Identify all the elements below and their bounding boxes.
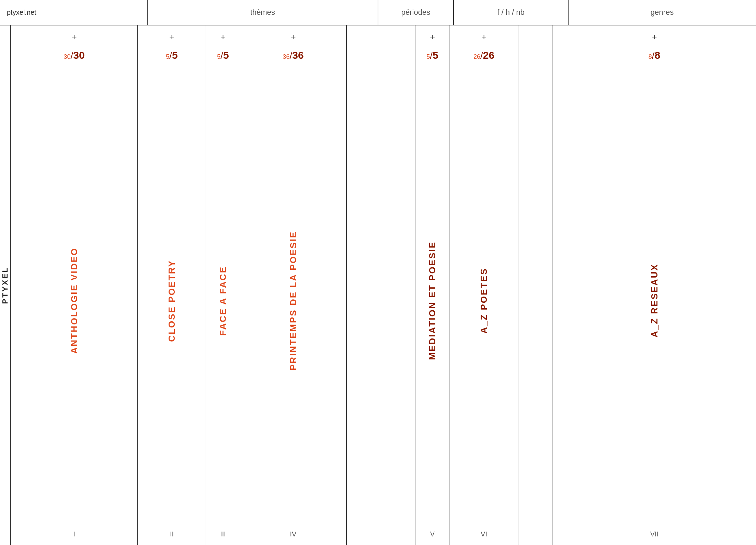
count-current-close: 5 <box>166 53 169 60</box>
label-close: CLOSE POETRY <box>167 260 177 342</box>
plus-mediation[interactable]: + <box>430 32 435 46</box>
header-themes: thèmes <box>148 0 378 25</box>
themes-label: thèmes <box>250 8 275 17</box>
genres-label: genres <box>651 8 674 17</box>
count-total-az-poetes: 26 <box>483 49 494 61</box>
label-area-mediation: MEDIATION ET POESIE <box>415 74 449 528</box>
ptyxel-strip: PTYXEL <box>0 25 11 545</box>
slash-printemps: / <box>289 50 292 61</box>
col-plus-printemps: + <box>240 25 346 46</box>
roman-numeral-mediation: V <box>430 530 435 538</box>
count-current-mediation: 5 <box>426 53 430 60</box>
columns-area: + 30/30 ANTHOLOGIE VIDEO I + 5/5 <box>11 25 756 545</box>
app-container: ptyxel.net thèmes périodes f / h / nb ge… <box>0 0 756 545</box>
label-area-close: CLOSE POETRY <box>138 74 206 528</box>
roman-az-reseaux: VII <box>553 528 756 545</box>
label-area-printemps: PRINTEMPS DE LA POESIE <box>240 74 346 528</box>
plus-az-poetes[interactable]: + <box>481 32 486 46</box>
roman-numeral-az-poetes: VI <box>481 530 487 538</box>
roman-mediation: V <box>415 528 449 545</box>
header-row: ptyxel.net thèmes périodes f / h / nb ge… <box>0 0 756 25</box>
label-az-reseaux: A_Z RESEAUX <box>649 264 660 337</box>
header-fhnb: f / h / nb <box>454 0 569 25</box>
count-total-az-reseaux: 8 <box>655 49 661 61</box>
slash-az-reseaux: / <box>652 50 655 61</box>
periodes-label: périodes <box>401 8 430 17</box>
label-area-face: FACE A FACE <box>206 74 240 528</box>
label-anthologie: ANTHOLOGIE VIDEO <box>69 247 80 354</box>
roman-printemps: IV <box>240 528 346 545</box>
roman-az-poetes: VI <box>450 528 518 545</box>
count-total-anthologie: 30 <box>73 49 84 61</box>
slash-face: / <box>220 50 223 61</box>
count-current-printemps: 36 <box>283 53 289 60</box>
col-mediation: + 5/5 MEDIATION ET POESIE V <box>415 25 450 545</box>
count-current-anthologie: 30 <box>64 53 70 60</box>
counts-close: 5/5 <box>138 46 206 74</box>
label-area-anthologie: ANTHOLOGIE VIDEO <box>11 74 137 528</box>
roman-close: II <box>138 528 206 545</box>
count-total-face: 5 <box>223 49 229 61</box>
site-name: ptyxel.net <box>0 0 148 25</box>
counts-printemps: 36/36 <box>240 46 346 74</box>
count-total-printemps: 36 <box>292 49 303 61</box>
col-close: + 5/5 CLOSE POETRY II <box>138 25 206 545</box>
counts-anthologie: 30/30 <box>11 46 137 74</box>
label-area-az-reseaux: A_Z RESEAUX <box>553 74 756 528</box>
col-plus-az-reseaux: + <box>553 25 756 46</box>
roman-numeral-anthologie: I <box>73 530 75 538</box>
label-area-az-poetes: A_Z POETES <box>450 74 518 528</box>
roman-numeral-az-reseaux: VII <box>650 530 658 538</box>
slash-az-poetes: / <box>480 50 483 61</box>
roman-numeral-face: III <box>220 530 226 538</box>
site-name-text: ptyxel.net <box>7 9 36 16</box>
roman-face: III <box>206 528 240 545</box>
col-printemps: + 36/36 PRINTEMPS DE LA POESIE IV <box>240 25 347 545</box>
roman-numeral-close: II <box>170 530 174 538</box>
col-anthologie: + 30/30 ANTHOLOGIE VIDEO I <box>11 25 138 545</box>
slash-close: / <box>169 50 172 61</box>
slash-mediation: / <box>430 50 433 61</box>
count-current-az-poetes: 26 <box>473 53 480 60</box>
roman-anthologie: I <box>11 528 137 545</box>
plus-az-reseaux[interactable]: + <box>652 32 657 46</box>
counts-face: 5/5 <box>206 46 240 74</box>
label-az-poetes: A_Z POETES <box>479 268 489 334</box>
header-periodes: périodes <box>378 0 454 25</box>
main-content: PTYXEL + 30/30 ANTHOLOGIE VIDEO I <box>0 25 756 545</box>
counts-mediation: 5/5 <box>415 46 449 74</box>
plus-close[interactable]: + <box>169 32 174 46</box>
plus-face[interactable]: + <box>220 32 226 46</box>
ptyxel-label: PTYXEL <box>1 266 10 304</box>
count-current-face: 5 <box>217 53 220 60</box>
col-plus-close: + <box>138 25 206 46</box>
plus-printemps[interactable]: + <box>290 32 296 46</box>
counts-az-poetes: 26/26 <box>450 46 518 74</box>
col-plus-face: + <box>206 25 240 46</box>
header-genres: genres <box>569 0 756 25</box>
col-plus-mediation: + <box>415 25 449 46</box>
count-current-az-reseaux: 8 <box>649 53 652 60</box>
col-genres-empty <box>518 25 553 545</box>
fhnb-label: f / h / nb <box>497 8 525 17</box>
count-total-mediation: 5 <box>433 49 438 61</box>
counts-az-reseaux: 8/8 <box>553 46 756 74</box>
label-face: FACE A FACE <box>218 266 228 336</box>
label-printemps: PRINTEMPS DE LA POESIE <box>288 231 299 370</box>
count-total-close: 5 <box>172 49 178 61</box>
roman-numeral-printemps: IV <box>290 530 297 538</box>
col-periodes-empty <box>347 25 415 545</box>
col-az-reseaux: + 8/8 A_Z RESEAUX VII <box>553 25 756 545</box>
plus-anthologie[interactable]: + <box>71 32 77 46</box>
col-plus-anthologie: + <box>11 25 137 46</box>
slash-anthologie: / <box>70 50 73 61</box>
col-plus-az-poetes: + <box>450 25 518 46</box>
col-face: + 5/5 FACE A FACE III <box>206 25 240 545</box>
label-mediation: MEDIATION ET POESIE <box>427 241 438 360</box>
col-az-poetes: + 26/26 A_Z POETES VI <box>450 25 518 545</box>
